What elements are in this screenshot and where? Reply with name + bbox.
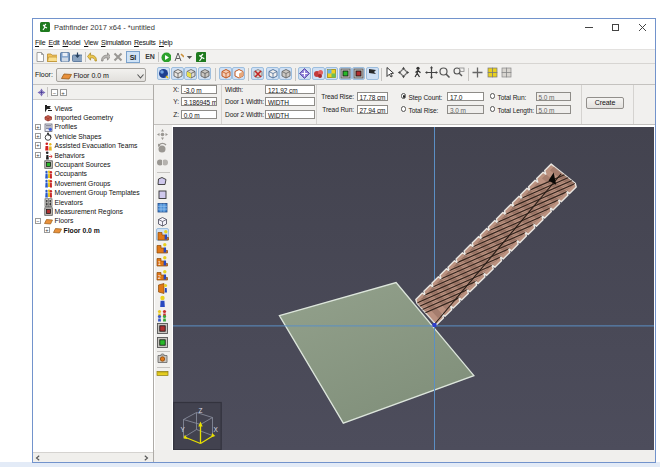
svg-text:Z: Z (198, 406, 202, 413)
svg-text:Y: Y (180, 425, 185, 432)
svg-text:2: 2 (158, 274, 161, 280)
svg-text:1: 1 (158, 260, 161, 266)
svg-text:X: X (213, 425, 218, 432)
